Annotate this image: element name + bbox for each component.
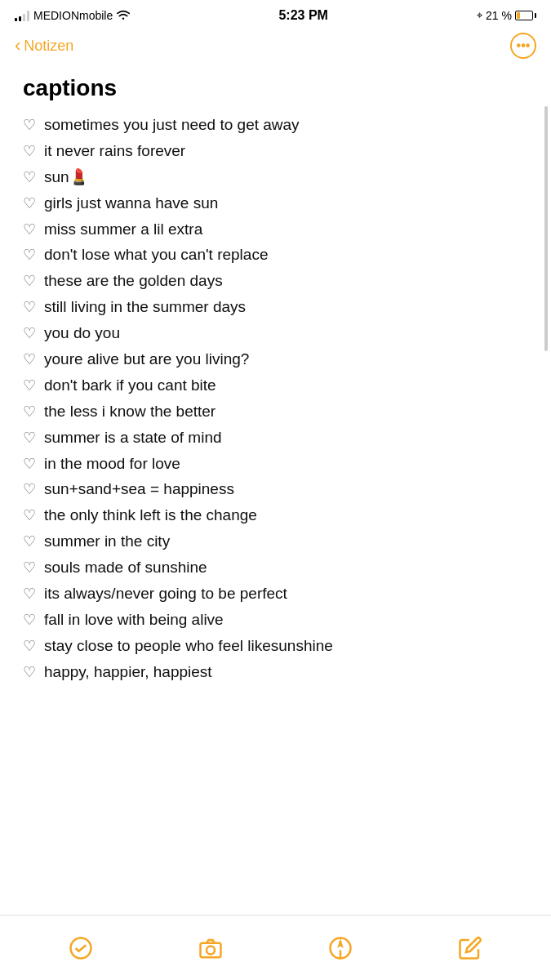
caption-text: don't bark if you cant bite [44,373,528,397]
caption-text: sun+sand+sea = happiness [44,477,528,501]
heart-icon: ♡ [23,140,36,163]
status-left: MEDIONmobile [15,9,130,22]
heart-icon: ♡ [23,219,36,242]
list-item: ♡it never rains forever [23,139,528,163]
heart-icon: ♡ [23,479,36,501]
caption-text: happy, happier, happiest [44,660,528,684]
heart-icon: ♡ [23,427,36,450]
caption-text: summer is a state of mind [44,425,528,449]
heart-icon: ♡ [23,323,36,345]
caption-text: these are the golden days [44,269,528,292]
svg-marker-5 [337,938,344,948]
content-area: captions ♡sometimes you just need to get… [0,67,551,702]
check-circle-button[interactable] [66,933,96,963]
edit-button[interactable] [455,933,485,963]
heart-icon: ♡ [23,193,36,216]
caption-text: sun💄 [44,165,528,189]
list-item: ♡souls made of sunshine [23,555,528,580]
caption-text: summer in the city [44,529,528,553]
list-item: ♡happy, happier, happiest [23,660,528,684]
svg-point-0 [122,18,124,20]
battery-percent: 21 % [486,9,512,22]
navigation-button[interactable] [326,933,355,963]
caption-text: still living in the summer days [44,295,528,318]
caption-text: in the mood for love [44,452,528,475]
list-item: ♡the only think left is the change [23,503,528,528]
more-button[interactable]: ••• [510,33,536,59]
bottom-spacer [0,702,551,776]
caption-text: youre alive but are you living? [44,347,528,371]
list-item: ♡you do you [23,321,528,345]
heart-icon: ♡ [23,401,36,424]
more-icon: ••• [517,38,531,53]
caption-text: you do you [44,321,528,345]
heart-icon: ♡ [23,167,36,189]
heart-icon: ♡ [23,296,36,319]
caption-text: its always/never going to be perfect [44,581,528,605]
caption-text: girls just wanna have sun [44,191,528,215]
heart-icon: ♡ [23,375,36,398]
heart-icon: ♡ [23,244,36,267]
heart-icon: ♡ [23,453,36,476]
bottom-toolbar [0,915,551,980]
signal-icon [15,11,29,21]
list-item: ♡the less i know the better [23,399,528,424]
battery-icon [515,11,536,20]
list-item: ♡fall in love with being alive [23,608,528,632]
list-item: ♡its always/never going to be perfect [23,581,528,606]
caption-text: it never rains forever [44,139,528,163]
caption-list: ♡sometimes you just need to get away♡it … [23,113,528,684]
caption-text: miss summer a lil extra [44,217,528,241]
camera-button[interactable] [196,933,225,963]
heart-icon: ♡ [23,114,36,137]
list-item: ♡sometimes you just need to get away [23,113,528,137]
caption-text: the less i know the better [44,399,528,423]
chevron-left-icon: ‹ [15,37,20,55]
caption-text: souls made of sunshine [44,555,528,579]
caption-text: the only think left is the change [44,503,528,527]
back-label: Notizen [24,38,73,55]
heart-icon: ♡ [23,349,36,372]
back-button[interactable]: ‹ Notizen [15,37,73,55]
time-display: 5:23 PM [278,8,327,23]
heart-icon: ♡ [23,557,36,580]
wifi-icon [117,9,130,22]
status-bar: MEDIONmobile 5:23 PM ⌖ 21 % [0,0,551,28]
heart-icon: ♡ [23,609,36,632]
heart-icon: ♡ [23,270,36,293]
list-item: ♡don't lose what you can't replace [23,243,528,267]
heart-icon: ♡ [23,531,36,554]
caption-text: don't lose what you can't replace [44,243,528,266]
list-item: ♡girls just wanna have sun [23,191,528,216]
scrollbar[interactable] [544,106,548,351]
caption-text: stay close to people who feel likesunshi… [44,634,528,657]
list-item: ♡miss summer a lil extra [23,217,528,242]
svg-point-3 [207,946,215,954]
list-item: ♡stay close to people who feel likesunsh… [23,634,528,658]
status-right: ⌖ 21 % [477,9,536,22]
list-item: ♡summer in the city [23,529,528,554]
list-item: ♡summer is a state of mind [23,425,528,450]
list-item: ♡youre alive but are you living? [23,347,528,372]
list-item: ♡sun+sand+sea = happiness [23,477,528,501]
caption-text: sometimes you just need to get away [44,113,528,136]
carrier-label: MEDIONmobile [33,9,113,22]
nav-bar: ‹ Notizen ••• [0,28,551,67]
caption-text: fall in love with being alive [44,608,528,631]
list-item: ♡don't bark if you cant bite [23,373,528,398]
page-title: captions [23,75,528,101]
list-item: ♡these are the golden days [23,269,528,293]
location-icon: ⌖ [477,9,482,22]
heart-icon: ♡ [23,505,36,528]
heart-icon: ♡ [23,583,36,606]
heart-icon: ♡ [23,635,36,658]
list-item: ♡in the mood for love [23,452,528,476]
list-item: ♡still living in the summer days [23,295,528,319]
list-item: ♡sun💄 [23,165,528,189]
heart-icon: ♡ [23,662,36,684]
